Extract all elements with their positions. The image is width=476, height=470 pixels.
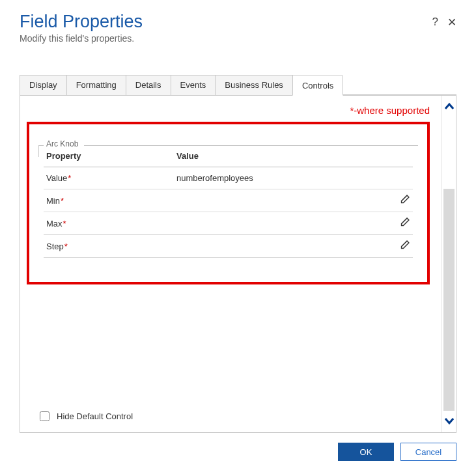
scroll-down-icon[interactable] [442, 411, 456, 432]
dialog-title: Field Properties [20, 12, 432, 32]
edit-icon[interactable] [399, 217, 410, 228]
grid-row-min: Min* [44, 189, 413, 212]
prop-label: Value [46, 173, 67, 183]
grid-row-value: Value* numberofemployees [44, 167, 413, 189]
grid-row-step: Step* [44, 235, 413, 258]
tab-panel-controls: *-where supported Arc Knob Property Valu… [20, 96, 441, 432]
edit-icon[interactable] [399, 194, 410, 205]
tab-events[interactable]: Events [171, 75, 216, 95]
required-icon: * [61, 196, 64, 206]
scroll-up-icon[interactable] [442, 96, 456, 117]
properties-grid: Property Value Value* numberofemployees … [44, 145, 413, 258]
grid-header-property: Property [46, 151, 176, 161]
prop-label: Step [46, 242, 64, 251]
close-icon[interactable]: ✕ [447, 16, 456, 29]
tab-strip: Display Formatting Details Events Busine… [20, 75, 456, 96]
grid-row-max: Max* [44, 212, 413, 235]
highlight-box: Arc Knob Property Value Value* numberofe… [27, 122, 430, 284]
prop-value: numberofemployees [176, 173, 392, 183]
dialog-subtitle: Modify this field's properties. [20, 33, 456, 44]
hide-default-control[interactable]: Hide Default Control [37, 409, 133, 423]
tab-controls[interactable]: Controls [292, 76, 343, 96]
help-icon[interactable]: ? [432, 16, 438, 29]
where-supported-note: *-where supported [350, 105, 430, 116]
prop-label: Min [46, 196, 60, 206]
required-icon: * [63, 219, 66, 228]
tab-details[interactable]: Details [126, 75, 171, 95]
tab-formatting[interactable]: Formatting [66, 75, 126, 95]
required-icon: * [68, 173, 71, 183]
ok-button[interactable]: OK [338, 443, 394, 461]
hide-default-label: Hide Default Control [57, 411, 133, 421]
scroll-thumb[interactable] [443, 189, 455, 411]
prop-label: Max [46, 219, 63, 228]
hide-default-checkbox[interactable] [40, 411, 49, 421]
required-icon: * [64, 242, 68, 251]
tab-display[interactable]: Display [20, 75, 67, 95]
grid-header-value: Value [176, 151, 392, 161]
tab-business-rules[interactable]: Business Rules [215, 75, 293, 95]
cancel-button[interactable]: Cancel [400, 443, 456, 461]
fieldset-legend: Arc Knob [44, 139, 81, 148]
vertical-scrollbar[interactable] [441, 96, 456, 432]
scroll-track[interactable] [442, 117, 456, 411]
edit-icon[interactable] [399, 240, 410, 251]
